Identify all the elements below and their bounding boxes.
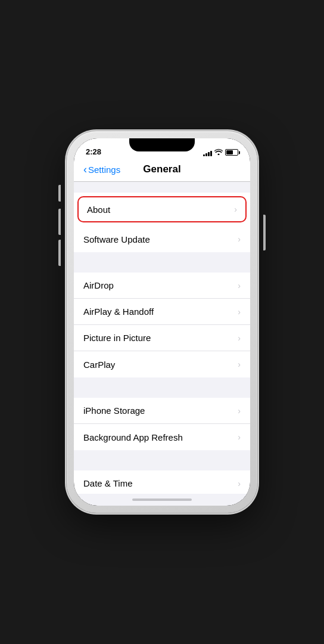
settings-item-background-app-refresh[interactable]: Background App Refresh › (74, 424, 250, 450)
settings-item-picture-in-picture[interactable]: Picture in Picture › (74, 325, 250, 351)
back-button-label: Settings (88, 165, 120, 175)
section-divider-2 (74, 252, 250, 273)
status-icons (203, 148, 238, 156)
settings-item-date-time-label: Date & Time (83, 478, 133, 488)
mute-button[interactable] (58, 185, 61, 202)
settings-item-software-update-right: › (238, 234, 241, 244)
signal-icon (203, 149, 212, 156)
volume-down-button[interactable] (58, 240, 61, 266)
phone-shell: 2:28 (67, 131, 257, 513)
section-divider-3 (74, 377, 250, 398)
power-button[interactable] (263, 215, 266, 250)
settings-item-pip-label: Picture in Picture (83, 333, 151, 343)
volume-up-button[interactable] (58, 209, 61, 235)
screen-content: 2:28 (74, 138, 250, 506)
settings-item-carplay-label: CarPlay (83, 360, 115, 370)
settings-item-about[interactable]: About › (77, 196, 247, 222)
settings-item-carplay[interactable]: CarPlay › (74, 351, 250, 377)
settings-item-software-update-label: Software Update (83, 234, 150, 244)
navigation-bar: ‹ Settings General (74, 159, 250, 182)
section-group-4: Date & Time › Keyboard › Fonts › Languag… (74, 470, 250, 494)
wifi-icon (214, 148, 223, 156)
settings-list: About › Software Update › (74, 182, 250, 494)
page-title: General (143, 163, 180, 175)
battery-icon (225, 149, 238, 156)
settings-item-software-update[interactable]: Software Update › (74, 226, 250, 252)
notch (129, 138, 195, 151)
chevron-icon: › (238, 406, 241, 416)
settings-item-background-refresh-label: Background App Refresh (83, 432, 183, 442)
chevron-icon: › (234, 205, 237, 214)
chevron-icon: › (238, 333, 241, 343)
section-group-2: AirDrop › AirPlay & Handoff › Picture in… (74, 273, 250, 377)
status-time: 2:28 (86, 147, 101, 156)
settings-item-airdrop-label: AirDrop (83, 280, 114, 290)
section-divider-4 (74, 450, 250, 470)
settings-item-iphone-storage-label: iPhone Storage (83, 405, 145, 416)
chevron-icon: › (238, 234, 241, 244)
status-bar: 2:28 (74, 138, 250, 159)
settings-item-about-label: About (87, 205, 110, 215)
section-group-3: iPhone Storage › Background App Refresh … (74, 398, 250, 450)
home-indicator (74, 494, 250, 506)
settings-item-airplay-handoff-label: AirPlay & Handoff (83, 306, 154, 317)
phone-screen: 2:28 (74, 138, 250, 506)
chevron-icon: › (238, 307, 241, 317)
settings-item-airdrop[interactable]: AirDrop › (74, 273, 250, 299)
settings-item-date-time[interactable]: Date & Time › (74, 470, 250, 494)
settings-item-iphone-storage[interactable]: iPhone Storage › (74, 398, 250, 424)
section-group-1: About › Software Update › (74, 193, 250, 252)
chevron-icon: › (238, 360, 241, 369)
back-button[interactable]: ‹ Settings (83, 165, 120, 175)
chevron-icon: › (238, 479, 241, 488)
settings-item-about-right: › (234, 205, 237, 214)
chevron-icon: › (238, 281, 241, 290)
section-divider (74, 182, 250, 193)
chevron-icon: › (238, 432, 241, 442)
home-bar (132, 499, 192, 501)
settings-item-airplay-handoff[interactable]: AirPlay & Handoff › (74, 299, 250, 325)
back-chevron-icon: ‹ (83, 164, 87, 175)
